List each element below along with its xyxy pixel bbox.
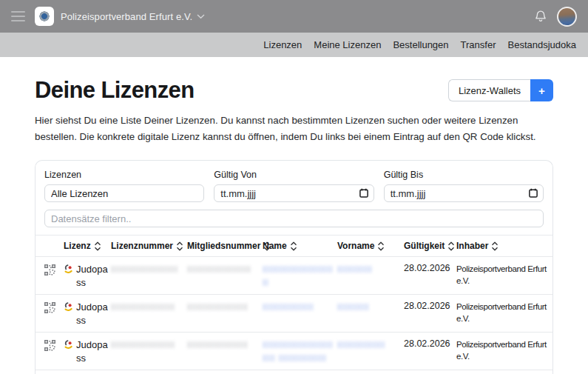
calendar-icon[interactable] [359,188,368,198]
license-filter-label: Lizenzen [44,170,204,180]
nav-item-bestellungen[interactable]: Bestellungen [393,39,448,50]
sort-icon [94,241,101,251]
first-name-cell: IIIIIIIIII [337,301,404,314]
user-avatar[interactable] [557,7,577,27]
search-input[interactable] [44,210,544,227]
chevron-down-icon[interactable] [197,14,205,19]
valid-from-label: Gültig Von [214,170,374,180]
member-number-cell: IIIIIIIIIIIIIIIIIII [187,301,263,316]
add-wallet-button[interactable]: + [530,79,553,101]
validity-cell: 28.02.2026 [404,263,456,273]
license-type-cell: Judopass [64,301,111,327]
notifications-bell-icon[interactable] [535,10,547,23]
wallet-button-group: Lizenz-Wallets + [448,79,553,101]
redacted-member-number: IIIIIIIIIIIIIIIIIIII [187,263,251,276]
calendar-icon[interactable] [529,188,538,198]
redacted-member-number: IIIIIIIIIIIIIIIIIII [187,338,248,352]
title-row: Deine Lizenzen Lizenz-Wallets + [35,77,553,104]
column-header-lizenz[interactable]: Lizenz [64,241,111,251]
license-filter-select[interactable] [44,184,204,202]
page-title: Deine Lizenzen [35,77,195,104]
nav-item-transfer[interactable]: Transfer [461,39,496,50]
license-type-cell: Judopass [64,263,111,290]
redacted-name-link[interactable]: IIIIIIIIIIIIIIIIIIIIIIII [263,263,334,290]
table-row: Judopass IIIIIIIIIIIIIIIIIIIII IIIIIIIII… [36,256,552,294]
license-type-label: Judopass [76,301,111,327]
table-row: Judopass IIIIIIIIIIIIIIIIIIII IIIIIIIIII… [36,294,552,332]
valid-to-input[interactable] [384,184,544,202]
name-cell: IIIIIIIIIIIIIIIIIIIIIIII [263,263,337,290]
license-number-cell: IIIIIIIIIIIIIIIIIIIII [111,263,187,278]
sort-icon [290,241,297,251]
qr-code-icon[interactable] [44,263,64,278]
valid-from-input[interactable] [214,184,374,202]
member-number-cell: IIIIIIIIIIIIIIIIIIII [187,263,263,278]
table-row: Judopass IIIIIIIIIIIIIIIIIIIII IIIIIIIII… [36,370,552,374]
redacted-member-number: IIIIIIIIIIIIIIIIIII [187,301,248,314]
redacted-first-name-link[interactable]: IIIIIIIIIIIIIII [337,338,385,352]
sort-icon [176,241,183,251]
nav-item-meine-lizenzen[interactable]: Meine Lizenzen [314,39,381,50]
validity-cell: 28.02.2026 [404,301,456,311]
menu-icon[interactable] [11,11,25,21]
header-right [535,7,577,27]
qr-code-icon[interactable] [44,338,64,353]
sort-icon [491,241,499,251]
column-header-mitgliedsnummer[interactable]: Mitgliedsnummer [187,241,263,251]
column-header-inhaber[interactable]: Inhaber [456,241,549,251]
valid-to-field: Gültig Bis [384,170,544,202]
table-header-row: Lizenz Lizenznummer Mitgliedsnummer Name [36,235,552,256]
header-left: Polizeisportverband Erfurt e.V. [11,7,205,26]
license-number-cell: IIIIIIIIIIIIIIIIIIII [111,301,187,316]
main-nav: Lizenzen Meine Lizenzen Bestellungen Tra… [0,33,588,57]
column-header-gueltigkeit[interactable]: Gültigkeit [404,241,456,251]
name-cell: IIIIIIIIIIIIIIIIIIIIIIIIII IIIIIIIIIIIII… [263,338,337,365]
owner-cell: Polizeisportverband Erfurt e.V. [456,263,549,287]
redacted-license-number: IIIIIIIIIIIIIIIIIIII [111,338,175,352]
license-number-cell: IIIIIIIIIIIIIIIIIIII [111,338,187,354]
redacted-first-name-link[interactable]: IIIIIIIIIII [337,263,373,276]
column-header-vorname[interactable]: Vorname [337,241,404,251]
owner-cell: Polizeisportverband Erfurt e.V. [456,338,549,362]
column-header-lizenznummer[interactable]: Lizenznummer [111,241,187,251]
column-header-name[interactable]: Name [263,241,337,251]
redacted-name-link[interactable]: IIIIIIIIIIIIIIII [263,301,314,314]
org-emblem-icon [38,10,50,22]
page-description: Hier siehst Du eine Liste Deiner Lizenze… [35,113,553,144]
valid-to-label: Gültig Bis [384,170,544,180]
license-type-label: Judopass [76,338,111,365]
sort-icon [377,241,385,251]
name-cell: IIIIIIIIIIIIIIII [263,301,337,314]
qr-code-icon[interactable] [44,301,64,315]
redacted-license-number: IIIIIIIIIIIIIIIIIIII [111,301,175,314]
judopass-icon [64,302,73,312]
redacted-name-link[interactable]: IIIIIIIIIIIIIIIIIIIIIIIIII IIIIIIIIIIIII… [263,338,334,365]
redacted-license-number: IIIIIIIIIIIIIIIIIIIII [111,263,178,276]
lizenz-wallets-button[interactable]: Lizenz-Wallets [448,79,530,101]
judopass-icon [64,340,73,350]
filter-row: Lizenzen Gültig Von Gültig Bis [44,170,544,202]
nav-item-bestandsjudoka[interactable]: Bestandsjudoka [507,39,576,50]
top-header: Polizeisportverband Erfurt e.V. [0,0,588,33]
nav-item-lizenzen[interactable]: Lizenzen [263,39,302,50]
valid-from-field: Gültig Von [214,170,374,202]
app-window: Polizeisportverband Erfurt e.V. Lizenzen… [0,0,588,374]
judopass-icon [64,264,73,274]
org-name[interactable]: Polizeisportverband Erfurt e.V. [61,11,192,22]
validity-cell: 28.02.2026 [404,338,456,349]
org-logo [35,7,54,26]
owner-cell: Polizeisportverband Erfurt e.V. [456,301,549,324]
first-name-cell: IIIIIIIIIIIIIII [337,338,404,352]
table-row: Judopass IIIIIIIIIIIIIIIIIIII IIIIIIIIII… [36,332,552,370]
redacted-first-name-link[interactable]: IIIIIIIIII [337,301,369,314]
sort-icon [447,241,455,251]
licenses-panel: Lizenzen Gültig Von Gültig Bis [35,160,553,374]
licenses-table: Lizenz Lizenznummer Mitgliedsnummer Name [36,235,552,374]
member-number-cell: IIIIIIIIIIIIIIIIIII [187,338,263,354]
license-type-label: Judopass [76,263,111,290]
first-name-cell: IIIIIIIIIII [337,263,404,276]
main-content: Deine Lizenzen Lizenz-Wallets + Hier sie… [0,77,588,374]
license-type-cell: Judopass [64,338,111,365]
license-filter-field: Lizenzen [44,170,204,202]
